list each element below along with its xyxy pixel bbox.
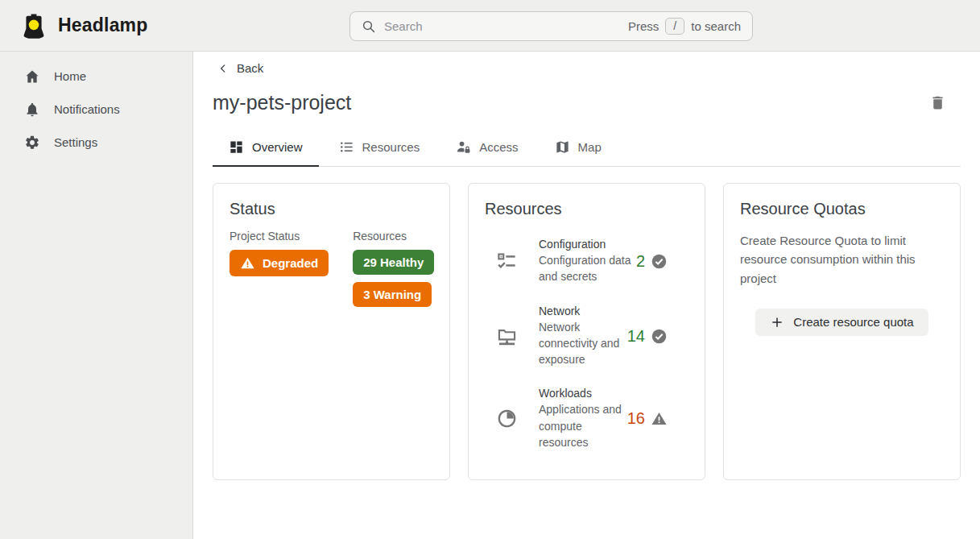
tab-label: Resources bbox=[362, 140, 420, 154]
brand-name: Headlamp bbox=[58, 15, 148, 36]
tab-access[interactable]: Access bbox=[440, 132, 534, 167]
search-bar[interactable]: Press / to search bbox=[349, 11, 753, 41]
resource-quotas-card: Resource Quotas Create Resource Quota to… bbox=[723, 183, 961, 480]
project-status-label: Project Status bbox=[229, 230, 329, 243]
pie-chart-icon bbox=[496, 408, 518, 429]
resources-status-label: Resources bbox=[353, 230, 434, 243]
resources-card: Resources Configuration Configur bbox=[468, 183, 705, 480]
status-card: Status Project Status Degraded bbox=[213, 183, 450, 480]
warning-count-badge: 3 Warning bbox=[353, 282, 432, 307]
home-icon bbox=[24, 68, 40, 85]
project-status-column: Project Status Degraded bbox=[229, 230, 329, 307]
create-resource-quota-button[interactable]: Create resource quota bbox=[755, 309, 928, 336]
bell-icon bbox=[24, 102, 40, 118]
check-circle-icon bbox=[651, 328, 668, 345]
resource-count-value: 14 bbox=[627, 327, 645, 346]
delete-project-button[interactable] bbox=[926, 91, 949, 114]
gear-icon bbox=[24, 135, 40, 151]
tab-resources[interactable]: Resources bbox=[323, 132, 436, 167]
healthy-count-badge: 29 Healthy bbox=[353, 250, 434, 275]
resource-name: Workloads bbox=[539, 387, 627, 400]
dashboard-icon bbox=[229, 139, 244, 155]
resource-quotas-description: Create Resource Quota to limit resource … bbox=[740, 231, 944, 288]
sidebar-item-settings[interactable]: Settings bbox=[0, 126, 192, 159]
resource-row-workloads[interactable]: Workloads Applications and compute resou… bbox=[485, 387, 688, 450]
topbar: Headlamp Press / to search bbox=[0, 0, 980, 52]
title-row: my-pets-project bbox=[213, 91, 961, 114]
resource-count-value: 2 bbox=[636, 252, 645, 271]
resource-row-network[interactable]: Network Network connectivity and exposur… bbox=[485, 305, 688, 368]
sidebar-item-notifications[interactable]: Notifications bbox=[0, 93, 192, 126]
search-hint-prefix: Press bbox=[628, 19, 659, 33]
tab-bar: Overview Resources Access bbox=[213, 132, 961, 167]
card-row: Status Project Status Degraded bbox=[213, 183, 961, 480]
resource-count: 2 bbox=[636, 252, 688, 271]
search-icon bbox=[362, 19, 376, 34]
resource-row-configuration[interactable]: Configuration Configuration data and sec… bbox=[485, 238, 688, 285]
resources-status-column: Resources 29 Healthy 3 Warning bbox=[353, 230, 434, 307]
sidebar-item-home[interactable]: Home bbox=[0, 60, 192, 93]
tab-label: Access bbox=[479, 140, 518, 154]
check-circle-icon bbox=[651, 253, 668, 270]
create-resource-quota-label: Create resource quota bbox=[793, 315, 913, 329]
list-icon bbox=[339, 139, 354, 155]
map-icon bbox=[555, 139, 570, 155]
resource-description: Configuration data and secrets bbox=[539, 252, 634, 285]
page-title: my-pets-project bbox=[213, 91, 351, 114]
headlamp-brand[interactable]: Headlamp bbox=[0, 11, 148, 40]
slash-keycap: / bbox=[665, 18, 684, 35]
trash-icon bbox=[929, 94, 946, 111]
tab-label: Overview bbox=[252, 140, 303, 154]
search-input[interactable] bbox=[384, 19, 620, 33]
resources-card-title: Resources bbox=[485, 200, 688, 218]
resource-count: 14 bbox=[627, 327, 688, 346]
resource-count: 16 bbox=[627, 409, 688, 428]
resource-description: Applications and compute resources bbox=[539, 401, 627, 450]
resource-count-value: 16 bbox=[627, 409, 645, 428]
tab-label: Map bbox=[578, 140, 602, 154]
person-lock-icon bbox=[456, 139, 471, 155]
sidebar: Home Notifications Settings bbox=[0, 52, 193, 539]
sidebar-item-label: Home bbox=[54, 69, 86, 83]
status-card-title: Status bbox=[229, 200, 433, 218]
resource-description: Network connectivity and exposure bbox=[539, 319, 627, 368]
sidebar-item-label: Notifications bbox=[54, 102, 120, 116]
network-icon bbox=[496, 325, 518, 347]
search-hint-suffix: to search bbox=[691, 19, 741, 33]
warning-triangle-icon bbox=[651, 410, 668, 427]
status-badge-degraded: Degraded bbox=[229, 250, 329, 276]
healthy-badge-label: 29 Healthy bbox=[363, 255, 424, 269]
plus-icon bbox=[770, 315, 784, 330]
tab-overview[interactable]: Overview bbox=[213, 132, 319, 167]
tab-map[interactable]: Map bbox=[539, 132, 618, 167]
chevron-left-icon bbox=[217, 63, 229, 74]
warning-badge-label: 3 Warning bbox=[363, 288, 421, 301]
search-hint: Press / to search bbox=[628, 18, 741, 35]
headlamp-logo-icon bbox=[19, 11, 48, 40]
resource-name: Configuration bbox=[539, 238, 634, 251]
resource-quotas-title: Resource Quotas bbox=[740, 200, 944, 218]
app-window: Headlamp Press / to search Home bbox=[0, 0, 980, 539]
checklist-icon bbox=[496, 251, 518, 272]
status-badge-label: Degraded bbox=[263, 256, 318, 270]
back-label: Back bbox=[237, 61, 263, 75]
main-content: Back my-pets-project Overview bbox=[193, 52, 980, 539]
sidebar-item-label: Settings bbox=[54, 135, 97, 149]
back-link[interactable]: Back bbox=[217, 61, 263, 75]
resource-name: Network bbox=[539, 305, 627, 317]
warning-triangle-icon bbox=[240, 255, 255, 271]
